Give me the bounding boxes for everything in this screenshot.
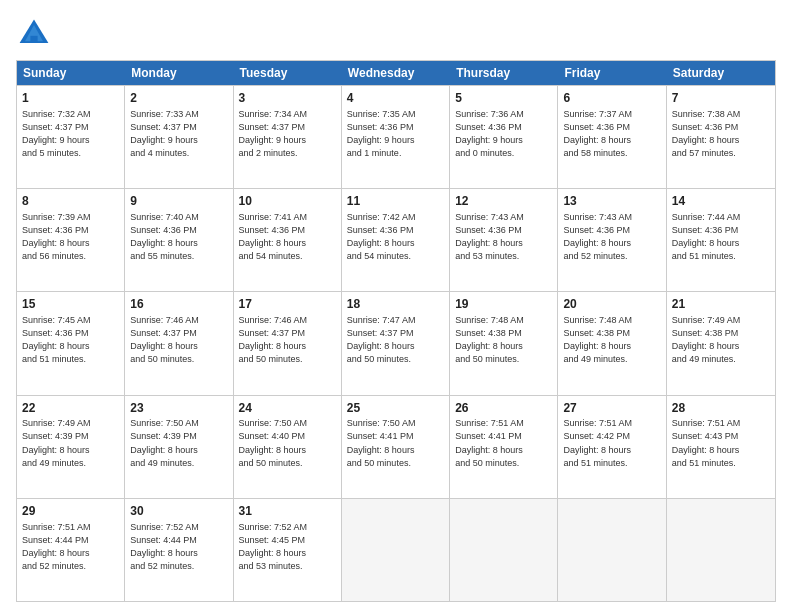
day-number: 20 bbox=[563, 296, 660, 313]
day-cell-24: 24Sunrise: 7:50 AMSunset: 4:40 PMDayligh… bbox=[234, 396, 342, 498]
day-cell-2: 2Sunrise: 7:33 AMSunset: 4:37 PMDaylight… bbox=[125, 86, 233, 188]
day-number: 5 bbox=[455, 90, 552, 107]
day-number: 10 bbox=[239, 193, 336, 210]
day-cell-17: 17Sunrise: 7:46 AMSunset: 4:37 PMDayligh… bbox=[234, 292, 342, 394]
day-number: 28 bbox=[672, 400, 770, 417]
day-number: 15 bbox=[22, 296, 119, 313]
cell-info: Sunrise: 7:42 AMSunset: 4:36 PMDaylight:… bbox=[347, 211, 444, 263]
header-day-tuesday: Tuesday bbox=[234, 61, 342, 85]
day-cell-23: 23Sunrise: 7:50 AMSunset: 4:39 PMDayligh… bbox=[125, 396, 233, 498]
cell-info: Sunrise: 7:44 AMSunset: 4:36 PMDaylight:… bbox=[672, 211, 770, 263]
calendar: SundayMondayTuesdayWednesdayThursdayFrid… bbox=[16, 60, 776, 602]
cell-info: Sunrise: 7:51 AMSunset: 4:42 PMDaylight:… bbox=[563, 417, 660, 469]
cell-info: Sunrise: 7:39 AMSunset: 4:36 PMDaylight:… bbox=[22, 211, 119, 263]
cell-info: Sunrise: 7:48 AMSunset: 4:38 PMDaylight:… bbox=[563, 314, 660, 366]
day-number: 25 bbox=[347, 400, 444, 417]
day-cell-22: 22Sunrise: 7:49 AMSunset: 4:39 PMDayligh… bbox=[17, 396, 125, 498]
header-day-monday: Monday bbox=[125, 61, 233, 85]
day-number: 27 bbox=[563, 400, 660, 417]
empty-cell bbox=[667, 499, 775, 601]
day-cell-15: 15Sunrise: 7:45 AMSunset: 4:36 PMDayligh… bbox=[17, 292, 125, 394]
cell-info: Sunrise: 7:51 AMSunset: 4:43 PMDaylight:… bbox=[672, 417, 770, 469]
day-number: 9 bbox=[130, 193, 227, 210]
cell-info: Sunrise: 7:45 AMSunset: 4:36 PMDaylight:… bbox=[22, 314, 119, 366]
day-number: 6 bbox=[563, 90, 660, 107]
empty-cell bbox=[558, 499, 666, 601]
empty-cell bbox=[450, 499, 558, 601]
day-number: 14 bbox=[672, 193, 770, 210]
cell-info: Sunrise: 7:37 AMSunset: 4:36 PMDaylight:… bbox=[563, 108, 660, 160]
day-cell-9: 9Sunrise: 7:40 AMSunset: 4:36 PMDaylight… bbox=[125, 189, 233, 291]
day-cell-21: 21Sunrise: 7:49 AMSunset: 4:38 PMDayligh… bbox=[667, 292, 775, 394]
day-cell-14: 14Sunrise: 7:44 AMSunset: 4:36 PMDayligh… bbox=[667, 189, 775, 291]
calendar-row-2: 15Sunrise: 7:45 AMSunset: 4:36 PMDayligh… bbox=[17, 291, 775, 394]
cell-info: Sunrise: 7:47 AMSunset: 4:37 PMDaylight:… bbox=[347, 314, 444, 366]
header-day-saturday: Saturday bbox=[667, 61, 775, 85]
cell-info: Sunrise: 7:46 AMSunset: 4:37 PMDaylight:… bbox=[239, 314, 336, 366]
day-cell-18: 18Sunrise: 7:47 AMSunset: 4:37 PMDayligh… bbox=[342, 292, 450, 394]
day-number: 4 bbox=[347, 90, 444, 107]
day-cell-26: 26Sunrise: 7:51 AMSunset: 4:41 PMDayligh… bbox=[450, 396, 558, 498]
day-number: 31 bbox=[239, 503, 336, 520]
day-number: 7 bbox=[672, 90, 770, 107]
cell-info: Sunrise: 7:41 AMSunset: 4:36 PMDaylight:… bbox=[239, 211, 336, 263]
day-cell-13: 13Sunrise: 7:43 AMSunset: 4:36 PMDayligh… bbox=[558, 189, 666, 291]
day-number: 26 bbox=[455, 400, 552, 417]
day-number: 8 bbox=[22, 193, 119, 210]
day-number: 13 bbox=[563, 193, 660, 210]
header bbox=[16, 16, 776, 52]
calendar-row-3: 22Sunrise: 7:49 AMSunset: 4:39 PMDayligh… bbox=[17, 395, 775, 498]
cell-info: Sunrise: 7:50 AMSunset: 4:40 PMDaylight:… bbox=[239, 417, 336, 469]
cell-info: Sunrise: 7:48 AMSunset: 4:38 PMDaylight:… bbox=[455, 314, 552, 366]
day-number: 19 bbox=[455, 296, 552, 313]
day-number: 17 bbox=[239, 296, 336, 313]
cell-info: Sunrise: 7:52 AMSunset: 4:44 PMDaylight:… bbox=[130, 521, 227, 573]
day-cell-19: 19Sunrise: 7:48 AMSunset: 4:38 PMDayligh… bbox=[450, 292, 558, 394]
cell-info: Sunrise: 7:52 AMSunset: 4:45 PMDaylight:… bbox=[239, 521, 336, 573]
header-day-wednesday: Wednesday bbox=[342, 61, 450, 85]
cell-info: Sunrise: 7:50 AMSunset: 4:41 PMDaylight:… bbox=[347, 417, 444, 469]
day-number: 11 bbox=[347, 193, 444, 210]
day-cell-8: 8Sunrise: 7:39 AMSunset: 4:36 PMDaylight… bbox=[17, 189, 125, 291]
empty-cell bbox=[342, 499, 450, 601]
cell-info: Sunrise: 7:50 AMSunset: 4:39 PMDaylight:… bbox=[130, 417, 227, 469]
day-number: 18 bbox=[347, 296, 444, 313]
cell-info: Sunrise: 7:43 AMSunset: 4:36 PMDaylight:… bbox=[563, 211, 660, 263]
cell-info: Sunrise: 7:51 AMSunset: 4:44 PMDaylight:… bbox=[22, 521, 119, 573]
day-cell-1: 1Sunrise: 7:32 AMSunset: 4:37 PMDaylight… bbox=[17, 86, 125, 188]
svg-rect-2 bbox=[30, 36, 37, 43]
day-cell-31: 31Sunrise: 7:52 AMSunset: 4:45 PMDayligh… bbox=[234, 499, 342, 601]
day-number: 21 bbox=[672, 296, 770, 313]
cell-info: Sunrise: 7:32 AMSunset: 4:37 PMDaylight:… bbox=[22, 108, 119, 160]
cell-info: Sunrise: 7:40 AMSunset: 4:36 PMDaylight:… bbox=[130, 211, 227, 263]
day-cell-29: 29Sunrise: 7:51 AMSunset: 4:44 PMDayligh… bbox=[17, 499, 125, 601]
cell-info: Sunrise: 7:51 AMSunset: 4:41 PMDaylight:… bbox=[455, 417, 552, 469]
day-number: 12 bbox=[455, 193, 552, 210]
day-cell-11: 11Sunrise: 7:42 AMSunset: 4:36 PMDayligh… bbox=[342, 189, 450, 291]
day-number: 24 bbox=[239, 400, 336, 417]
cell-info: Sunrise: 7:34 AMSunset: 4:37 PMDaylight:… bbox=[239, 108, 336, 160]
day-cell-4: 4Sunrise: 7:35 AMSunset: 4:36 PMDaylight… bbox=[342, 86, 450, 188]
calendar-header: SundayMondayTuesdayWednesdayThursdayFrid… bbox=[17, 61, 775, 85]
day-number: 1 bbox=[22, 90, 119, 107]
calendar-row-0: 1Sunrise: 7:32 AMSunset: 4:37 PMDaylight… bbox=[17, 85, 775, 188]
day-cell-30: 30Sunrise: 7:52 AMSunset: 4:44 PMDayligh… bbox=[125, 499, 233, 601]
day-number: 30 bbox=[130, 503, 227, 520]
day-cell-6: 6Sunrise: 7:37 AMSunset: 4:36 PMDaylight… bbox=[558, 86, 666, 188]
calendar-row-4: 29Sunrise: 7:51 AMSunset: 4:44 PMDayligh… bbox=[17, 498, 775, 601]
cell-info: Sunrise: 7:36 AMSunset: 4:36 PMDaylight:… bbox=[455, 108, 552, 160]
cell-info: Sunrise: 7:33 AMSunset: 4:37 PMDaylight:… bbox=[130, 108, 227, 160]
day-cell-3: 3Sunrise: 7:34 AMSunset: 4:37 PMDaylight… bbox=[234, 86, 342, 188]
logo bbox=[16, 16, 58, 52]
cell-info: Sunrise: 7:35 AMSunset: 4:36 PMDaylight:… bbox=[347, 108, 444, 160]
calendar-body: 1Sunrise: 7:32 AMSunset: 4:37 PMDaylight… bbox=[17, 85, 775, 601]
logo-icon bbox=[16, 16, 52, 52]
day-number: 29 bbox=[22, 503, 119, 520]
day-cell-5: 5Sunrise: 7:36 AMSunset: 4:36 PMDaylight… bbox=[450, 86, 558, 188]
day-cell-27: 27Sunrise: 7:51 AMSunset: 4:42 PMDayligh… bbox=[558, 396, 666, 498]
cell-info: Sunrise: 7:49 AMSunset: 4:38 PMDaylight:… bbox=[672, 314, 770, 366]
header-day-thursday: Thursday bbox=[450, 61, 558, 85]
day-cell-20: 20Sunrise: 7:48 AMSunset: 4:38 PMDayligh… bbox=[558, 292, 666, 394]
header-day-sunday: Sunday bbox=[17, 61, 125, 85]
cell-info: Sunrise: 7:49 AMSunset: 4:39 PMDaylight:… bbox=[22, 417, 119, 469]
